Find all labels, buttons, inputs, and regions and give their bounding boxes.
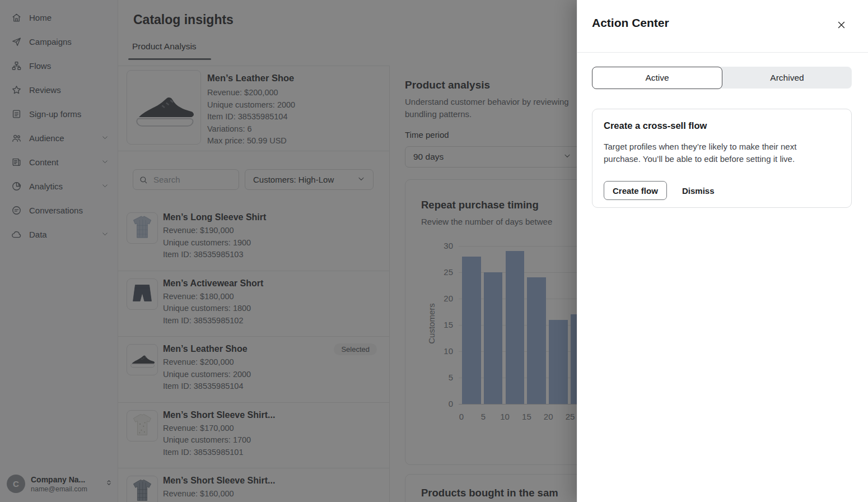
cross-sell-card: Create a cross-sell flow Target profiles… <box>592 109 852 208</box>
close-button[interactable] <box>833 16 850 33</box>
app-root: HomeCampaignsFlowsReviewsSign-up formsAu… <box>0 0 868 502</box>
cross-sell-card-title: Create a cross-sell flow <box>604 120 707 131</box>
drawer-tabs: Active Archived <box>592 67 852 89</box>
cross-sell-card-body: Target profiles when they’re likely to m… <box>604 141 796 165</box>
dismiss-button[interactable]: Dismiss <box>676 181 720 200</box>
tab-archived[interactable]: Archived <box>722 67 852 89</box>
create-flow-button[interactable]: Create flow <box>604 181 667 200</box>
drawer-title: Action Center <box>592 16 669 30</box>
tab-active[interactable]: Active <box>592 67 722 89</box>
drawer-header: Action Center <box>577 0 868 53</box>
action-center-drawer: Action Center Active Archived Create a c… <box>577 0 868 502</box>
close-icon <box>837 20 846 30</box>
